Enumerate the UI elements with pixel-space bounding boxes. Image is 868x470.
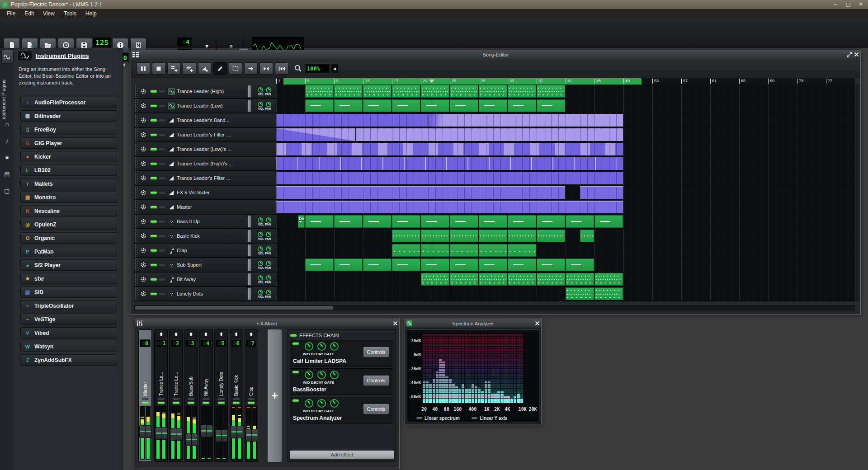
solo-led[interactable]: [159, 105, 165, 107]
channel-fader-l[interactable]: [231, 406, 236, 460]
mixer-channel-lonely-dots[interactable]: 85Lonely Dots: [214, 329, 228, 462]
add-automation-track-button[interactable]: [198, 62, 212, 75]
channel-fader-r[interactable]: [207, 406, 212, 460]
plugin-item[interactable]: PPatMan: [20, 246, 117, 257]
track-gear-button[interactable]: [137, 132, 149, 138]
channel-fader-l[interactable]: [216, 406, 221, 460]
pattern-block[interactable]: [479, 85, 507, 98]
track-gear-button[interactable]: [137, 247, 149, 254]
plugin-item[interactable]: ●Sf2 Player: [20, 259, 117, 271]
track-head[interactable]: Master: [134, 200, 276, 215]
track-head[interactable]: Trance Leader's Filter ...: [134, 171, 276, 186]
samples-icon[interactable]: ∩: [2, 119, 12, 129]
track-fader[interactable]: [247, 287, 251, 300]
wd-knob[interactable]: [305, 371, 313, 379]
pattern-block[interactable]: [537, 99, 565, 112]
track-name[interactable]: Trance Leader's Band...: [177, 118, 276, 123]
plugin-item[interactable]: ●Kicker: [20, 151, 117, 162]
pattern-block[interactable]: [508, 85, 536, 98]
track-grip-handle[interactable]: [134, 215, 137, 228]
stop-button[interactable]: [152, 62, 165, 75]
solo-led[interactable]: [159, 192, 165, 194]
channel-solo-led[interactable]: [218, 398, 225, 400]
send-arrow-icon[interactable]: [248, 330, 254, 338]
channel-mute-led[interactable]: [218, 402, 225, 404]
solo-led[interactable]: [159, 177, 165, 179]
pattern-block[interactable]: [305, 85, 334, 98]
send-arrow-icon[interactable]: [188, 330, 194, 338]
wd-knob[interactable]: [305, 342, 313, 351]
pan-knob[interactable]: [266, 290, 271, 295]
track-grip-handle[interactable]: [134, 171, 137, 185]
menu-help[interactable]: Help: [81, 9, 101, 18]
plugin-item[interactable]: ▦BitInvader: [20, 110, 117, 122]
track-head[interactable]: FX 5 Vol Slider: [134, 186, 276, 200]
decay-knob[interactable]: [317, 342, 326, 351]
close-icon[interactable]: [535, 321, 540, 326]
volume-knob[interactable]: [258, 246, 263, 252]
pattern-block[interactable]: [508, 244, 536, 257]
mute-led[interactable]: [151, 278, 157, 281]
mute-led[interactable]: [151, 177, 157, 179]
pattern-block[interactable]: [479, 273, 507, 286]
volume-knob[interactable]: [258, 87, 263, 93]
automation-pattern[interactable]: [356, 128, 623, 141]
pattern-block[interactable]: [594, 215, 623, 228]
plugin-item[interactable]: ◎OpulenZ: [20, 219, 117, 230]
volume-knob[interactable]: [258, 261, 263, 266]
track-gear-button[interactable]: [137, 276, 149, 282]
solo-led[interactable]: [159, 235, 165, 237]
solo-led[interactable]: [159, 278, 165, 281]
channel-fader-r[interactable]: [252, 406, 257, 460]
pattern-block[interactable]: [508, 99, 536, 112]
add-sample-track-button[interactable]: [183, 62, 196, 75]
pan-knob[interactable]: [266, 246, 271, 252]
pan-knob[interactable]: [266, 232, 271, 237]
zoom-level-display[interactable]: 100%: [305, 64, 330, 73]
track-name[interactable]: Clap: [177, 248, 247, 253]
track-content[interactable]: [276, 142, 855, 157]
window-menu-icon[interactable]: [132, 52, 139, 57]
effect-slot[interactable]: W/D DECAY GATEControlsBassBooster: [290, 368, 393, 395]
channel-fader-r[interactable]: [192, 406, 197, 460]
pattern-block[interactable]: [566, 273, 594, 286]
pattern-block[interactable]: [594, 273, 623, 286]
close-icon[interactable]: ✕: [854, 0, 867, 8]
track-content[interactable]: [276, 200, 855, 215]
channel-fader-r[interactable]: [146, 406, 151, 460]
pattern-block[interactable]: [305, 258, 334, 271]
channel-solo-led[interactable]: [188, 398, 194, 400]
fader-handle[interactable]: [191, 433, 198, 446]
pattern-block[interactable]: [537, 258, 565, 271]
menu-tools[interactable]: Tools: [60, 9, 80, 18]
mute-led[interactable]: [151, 148, 157, 150]
channel-name[interactable]: Trance Le...: [174, 347, 179, 397]
track-content[interactable]: [276, 244, 855, 258]
fader-handle[interactable]: [145, 425, 152, 438]
track-gear-button[interactable]: [137, 103, 149, 109]
fader-handle[interactable]: [206, 425, 213, 437]
pattern-block[interactable]: [392, 258, 420, 271]
pattern-block[interactable]: [363, 99, 392, 112]
menu-file[interactable]: File: [3, 9, 19, 18]
main-titlebar[interactable]: ∩ Popsip-Electric Dancer* - LMMS 1.2.1 ─…: [0, 0, 868, 9]
pattern-block[interactable]: [566, 287, 594, 300]
pattern-block[interactable]: [363, 215, 392, 228]
pattern-block[interactable]: [421, 230, 449, 242]
plugin-item[interactable]: ♪AudioFileProcessor: [20, 97, 117, 108]
plugin-item[interactable]: ▩Monstro: [20, 192, 117, 203]
maximize-icon[interactable]: ▢: [842, 0, 854, 8]
pattern-block[interactable]: [334, 99, 363, 112]
effect-slot[interactable]: W/D DECAY GATEControlsSpectrum Analyzer: [290, 397, 393, 423]
track-content[interactable]: [276, 186, 855, 200]
restore-icon[interactable]: [847, 52, 852, 57]
pattern-block[interactable]: [392, 99, 420, 112]
pattern-block[interactable]: [537, 273, 565, 286]
track-fader[interactable]: [247, 258, 251, 271]
legend-toggle-2[interactable]: Linear Y axis: [472, 416, 507, 421]
track-head[interactable]: Trance Leader (Low)VOL PAN: [134, 99, 276, 113]
channel-solo-led[interactable]: [173, 398, 179, 400]
track-grip-handle[interactable]: [134, 273, 137, 286]
track-gear-button[interactable]: [137, 160, 149, 167]
close-icon[interactable]: [854, 52, 859, 57]
